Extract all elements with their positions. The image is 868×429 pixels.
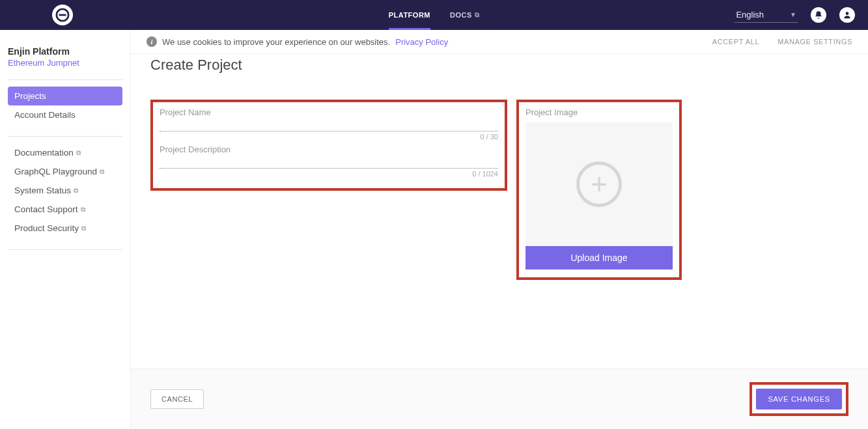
nav-platform-label: PLATFORM — [389, 11, 430, 19]
cookie-text: We use cookies to improve your experienc… — [162, 37, 390, 47]
svg-rect-1 — [59, 14, 66, 16]
sidebar-item[interactable]: Contact Support⧉ — [8, 200, 122, 219]
project-name-label: Project Name — [160, 107, 498, 117]
top-nav: PLATFORM DOCS⧉ — [389, 0, 480, 30]
cancel-button[interactable]: CANCEL — [150, 389, 204, 409]
divider — [8, 249, 122, 250]
sidebar: Enjin Platform Ethereum Jumpnet Projects… — [0, 30, 131, 429]
manage-settings-button[interactable]: MANAGE SETTINGS — [777, 38, 852, 46]
project-description-field: Project Description 0 / 1024 — [160, 145, 498, 178]
notifications-icon[interactable] — [811, 7, 826, 23]
project-text-fields-highlight: Project Name 0 / 30 Project Description … — [150, 100, 507, 191]
external-link-icon: ⧉ — [100, 168, 104, 176]
brand-logo[interactable] — [52, 5, 73, 25]
nav-docs-label: DOCS — [450, 11, 472, 19]
project-name-input[interactable] — [160, 117, 498, 131]
upload-image-button[interactable]: Upload Image — [525, 246, 673, 270]
nav-platform[interactable]: PLATFORM — [389, 0, 430, 30]
info-icon: i — [147, 36, 157, 47]
sidebar-item[interactable]: Documentation⧉ — [8, 143, 122, 162]
project-description-input[interactable] — [160, 154, 498, 169]
chevron-down-icon: ▼ — [790, 11, 796, 18]
cookie-banner: i We use cookies to improve your experie… — [131, 30, 868, 54]
topbar: PLATFORM DOCS⧉ English ▼ — [0, 0, 868, 30]
external-link-icon: ⧉ — [81, 225, 86, 232]
image-drop-zone[interactable]: + — [525, 122, 673, 246]
svg-point-2 — [846, 12, 849, 15]
divider — [8, 79, 122, 80]
content: Create Project Project Name 0 / 30 Proje… — [131, 54, 868, 368]
save-changes-button[interactable]: SAVE CHANGES — [756, 389, 842, 409]
external-link-icon: ⧉ — [81, 206, 85, 214]
sidebar-item[interactable]: GraphQL Playground⧉ — [8, 162, 122, 181]
project-description-counter: 0 / 1024 — [160, 170, 498, 178]
project-name-counter: 0 / 30 — [160, 133, 498, 141]
sidebar-item-label: System Status — [14, 186, 71, 195]
external-link-icon: ⧉ — [76, 149, 81, 157]
divider — [8, 136, 122, 137]
language-label: English — [736, 10, 764, 20]
project-name-field: Project Name 0 / 30 — [160, 107, 498, 141]
sidebar-item-label: Documentation — [14, 148, 74, 158]
sidebar-item-label: Product Security — [14, 223, 79, 233]
account-icon[interactable] — [839, 7, 855, 23]
footer-actions: CANCEL SAVE CHANGES — [131, 368, 868, 429]
privacy-policy-link[interactable]: Privacy Policy — [395, 37, 448, 47]
sidebar-item[interactable]: Projects — [8, 87, 122, 105]
sidebar-item-label: GraphQL Playground — [14, 167, 97, 176]
sidebar-title: Enjin Platform — [8, 46, 122, 57]
project-description-label: Project Description — [160, 145, 498, 154]
page-title: Create Project — [150, 54, 848, 74]
sidebar-item[interactable]: Account Details — [8, 105, 122, 124]
sidebar-item-label: Contact Support — [14, 204, 78, 214]
topbar-right: English ▼ — [735, 7, 855, 23]
nav-docs[interactable]: DOCS⧉ — [450, 0, 479, 30]
accept-all-button[interactable]: ACCEPT ALL — [712, 38, 759, 46]
external-link-icon: ⧉ — [475, 11, 480, 19]
project-image-label: Project Image — [525, 107, 673, 117]
main: i We use cookies to improve your experie… — [131, 30, 868, 429]
form-row: Project Name 0 / 30 Project Description … — [150, 100, 848, 280]
sidebar-item[interactable]: Product Security⧉ — [8, 219, 122, 238]
plus-circle-icon: + — [576, 161, 622, 207]
external-link-icon: ⧉ — [74, 187, 78, 195]
project-image-highlight: Project Image + Upload Image — [516, 100, 682, 280]
language-selector[interactable]: English ▼ — [735, 7, 798, 23]
save-changes-highlight: SAVE CHANGES — [749, 382, 848, 416]
sidebar-item[interactable]: System Status⧉ — [8, 181, 122, 200]
sidebar-network-link[interactable]: Ethereum Jumpnet — [8, 58, 122, 68]
